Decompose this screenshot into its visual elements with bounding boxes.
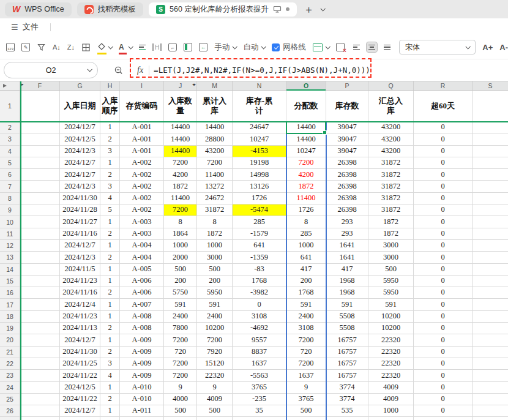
cell[interactable]: 1641: [326, 252, 368, 263]
cell[interactable]: [473, 252, 508, 263]
cell[interactable]: [473, 181, 508, 192]
cell[interactable]: -1579: [233, 228, 286, 240]
cell[interactable]: 5950: [368, 287, 414, 299]
cell[interactable]: 0: [414, 228, 473, 240]
cell[interactable]: [20, 405, 60, 417]
new-tab-button[interactable]: ＋: [302, 4, 315, 15]
row-header-12[interactable]: 12: [0, 240, 20, 252]
cell[interactable]: 3774: [326, 382, 368, 394]
cell[interactable]: 4009: [197, 394, 233, 405]
cell[interactable]: 0: [414, 347, 473, 358]
row-header-16[interactable]: 16: [0, 287, 20, 299]
cell[interactable]: 0: [414, 157, 473, 169]
cell[interactable]: [473, 276, 508, 287]
align-bottom-button[interactable]: [382, 42, 392, 53]
cell[interactable]: 535: [326, 405, 368, 417]
cell[interactable]: [473, 264, 508, 276]
cell[interactable]: 入库 顺序: [100, 91, 120, 122]
row-header-15[interactable]: 15: [0, 276, 20, 287]
cell[interactable]: A-002: [120, 169, 164, 181]
column-header-h[interactable]: H: [100, 81, 120, 90]
fill-color-button[interactable]: [97, 43, 112, 52]
cell[interactable]: 7200: [164, 358, 197, 370]
cell[interactable]: 1872: [164, 181, 197, 192]
cell[interactable]: 39047: [326, 122, 368, 133]
cell[interactable]: 14998: [233, 169, 286, 181]
cell[interactable]: 1872: [368, 216, 414, 228]
cell[interactable]: 22320: [368, 358, 414, 370]
cell[interactable]: A-001: [120, 146, 164, 157]
cell[interactable]: 24647: [233, 122, 286, 133]
cell[interactable]: 7200: [164, 334, 197, 346]
cell[interactable]: [473, 157, 508, 169]
cell[interactable]: [20, 193, 60, 204]
cell[interactable]: 14400: [164, 122, 197, 133]
cell[interactable]: -83: [233, 264, 286, 276]
cell[interactable]: 0: [414, 181, 473, 192]
row-header-25[interactable]: 25: [0, 394, 20, 405]
cell[interactable]: 5950: [197, 287, 233, 299]
cell[interactable]: 9: [197, 382, 233, 394]
cell[interactable]: [473, 323, 508, 334]
cell[interactable]: 2024/12/7: [60, 334, 100, 346]
cell[interactable]: A-002: [120, 181, 164, 192]
row-header-9[interactable]: 9: [0, 204, 20, 216]
row-header-22[interactable]: 22: [0, 358, 20, 370]
cell[interactable]: 4000: [164, 394, 197, 405]
cell[interactable]: 417: [286, 264, 326, 276]
cell[interactable]: 500: [197, 264, 233, 276]
cell[interactable]: 641: [286, 252, 326, 263]
hamburger-menu-icon[interactable]: ☰: [11, 23, 18, 32]
cell[interactable]: 3000: [368, 240, 414, 252]
cell[interactable]: 库存-累 计: [233, 91, 286, 122]
cell[interactable]: 1000: [368, 405, 414, 417]
row-header-10[interactable]: 10: [0, 216, 20, 228]
cell[interactable]: 1: [100, 334, 120, 346]
cell[interactable]: A-002: [120, 157, 164, 169]
cell[interactable]: [473, 311, 508, 323]
font-color-dropdown-icon[interactable]: [129, 44, 133, 49]
cell[interactable]: 293: [326, 216, 368, 228]
cell[interactable]: 分配数: [286, 91, 326, 122]
column-header-s[interactable]: S: [473, 81, 508, 90]
row-header-7[interactable]: 7: [0, 181, 20, 192]
cell[interactable]: 1726: [233, 193, 286, 204]
cell[interactable]: 2400: [286, 311, 326, 323]
column-header-j[interactable]: J: [164, 81, 197, 90]
cell[interactable]: [20, 394, 60, 405]
cell[interactable]: 0: [414, 358, 473, 370]
cell[interactable]: A-004: [120, 252, 164, 263]
cell[interactable]: 500: [164, 264, 197, 276]
cell[interactable]: [473, 370, 508, 381]
cell[interactable]: 7800: [164, 323, 197, 334]
cell[interactable]: 1: [100, 405, 120, 417]
cell[interactable]: 14400: [197, 122, 233, 133]
cell[interactable]: 591: [197, 299, 233, 310]
cell[interactable]: 14400: [286, 133, 326, 145]
cell[interactable]: 285: [233, 216, 286, 228]
tab-active-document[interactable]: S 560 定制化库龄分析报表提升: [149, 2, 297, 17]
cell[interactable]: 2024/11/16: [60, 228, 100, 240]
cell[interactable]: A-006: [120, 287, 164, 299]
cell[interactable]: 1000: [197, 240, 233, 252]
cell[interactable]: A-005: [120, 264, 164, 276]
cell[interactable]: A-009: [120, 358, 164, 370]
cell[interactable]: 591: [368, 299, 414, 310]
cell[interactable]: 2024/11/16: [60, 287, 100, 299]
cell[interactable]: 0: [414, 240, 473, 252]
cell[interactable]: A-002: [120, 204, 164, 216]
cell[interactable]: 10200: [368, 323, 414, 334]
cell[interactable]: [20, 358, 60, 370]
tab-wps-office[interactable]: W WPS Office: [5, 2, 72, 17]
cell[interactable]: 2024/12/5: [60, 133, 100, 145]
cell[interactable]: [473, 334, 508, 346]
cell[interactable]: [20, 311, 60, 323]
extract-button[interactable]: [139, 45, 146, 50]
cell[interactable]: 26398: [326, 157, 368, 169]
cell[interactable]: [20, 146, 60, 157]
cell[interactable]: A-011: [120, 405, 164, 417]
cell[interactable]: A-003: [120, 216, 164, 228]
cell[interactable]: -4153: [233, 146, 286, 157]
cell[interactable]: [20, 240, 60, 252]
cell[interactable]: 1872: [368, 228, 414, 240]
